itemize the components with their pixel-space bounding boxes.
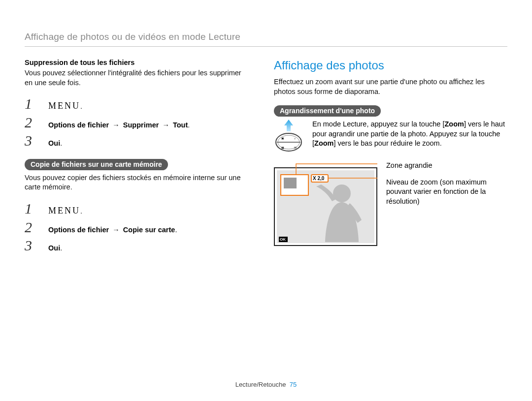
zoom-figure-block: X 2,0 OK Zone agrandie Niveau de zoom (s… bbox=[274, 161, 507, 247]
step-body: Oui. bbox=[48, 241, 62, 253]
dot: . bbox=[188, 121, 190, 129]
delete-step-3: 3 Oui. bbox=[25, 133, 246, 148]
annotation-zoom-level: Niveau de zoom (son maximum pouvant vari… bbox=[386, 178, 507, 207]
btn-glyph-top-right: ⌕ bbox=[294, 137, 296, 140]
copy-paragraph: Vous pouvez copier des fichiers stockés … bbox=[25, 173, 246, 192]
zoom-instruction-text: En mode Lecture, appuyez sur la touche [… bbox=[312, 120, 507, 149]
section-title: Affichage des photos bbox=[274, 59, 507, 72]
step-body: Options de fichier → Copie sur carte. bbox=[48, 223, 177, 235]
btn-glyph-bot-right: ⊞ bbox=[294, 146, 297, 149]
dot: . bbox=[175, 226, 177, 234]
arrow-icon: → bbox=[111, 226, 121, 234]
manual-page: Affichage de photos ou de vidéos en mode… bbox=[0, 0, 532, 401]
step-number: 1 bbox=[25, 201, 48, 216]
intro-paragraph: Effectuez un zoom avant sur une partie d… bbox=[274, 77, 507, 96]
zoom-key: Zoom bbox=[314, 139, 333, 147]
copy-step-1: 1 MENU. bbox=[25, 201, 246, 217]
dot: . bbox=[60, 139, 62, 147]
path-part: Supprimer bbox=[123, 121, 159, 129]
page-footer: Lecture/Retouche 75 bbox=[0, 381, 532, 388]
copy-step-2: 2 Options de fichier → Copie sur carte. bbox=[25, 220, 246, 235]
btn-glyph-bot-left: ▦ bbox=[281, 146, 284, 149]
copy-steps: 1 MENU. 2 Options de fichier → Copie sur… bbox=[25, 201, 246, 253]
right-column: Affichage des photos Effectuez un zoom a… bbox=[274, 59, 507, 264]
lcd-preview-icon: X 2,0 OK bbox=[274, 161, 377, 247]
ok-label: OK bbox=[280, 237, 286, 242]
arrow-up-icon bbox=[284, 120, 293, 131]
step-number: 3 bbox=[25, 133, 48, 148]
svg-point-5 bbox=[333, 185, 351, 202]
step-body: MENU. bbox=[48, 98, 82, 112]
delete-paragraph: Vous pouvez sélectionner l'intégralité d… bbox=[25, 68, 246, 88]
delete-steps: 1 MENU. 2 Options de fichier → Supprimer… bbox=[25, 96, 246, 148]
step-body: Options de fichier → Supprimer → Tout. bbox=[48, 118, 190, 130]
left-column: Suppression de tous les fichiers Vous po… bbox=[25, 59, 246, 264]
step-body: Oui. bbox=[48, 136, 62, 148]
zoom-text-seg: ] vers le bas pour réduire le zoom. bbox=[334, 139, 442, 147]
columns: Suppression de tous les fichiers Vous po… bbox=[25, 59, 507, 264]
step-number: 2 bbox=[25, 220, 48, 235]
path-part: Options de fichier bbox=[48, 121, 109, 129]
dot: . bbox=[80, 102, 82, 110]
copy-pill: Copie de fichiers sur une carte mémoire bbox=[25, 159, 168, 170]
zoom-text-seg: En mode Lecture, appuyez sur la touche [ bbox=[312, 120, 444, 128]
dot: . bbox=[80, 207, 82, 215]
zoom-key: Zoom bbox=[444, 120, 464, 128]
rocker-button-icon: ▣ ⌕ ▦ ⊞ bbox=[275, 132, 302, 152]
figure-annotations: Zone agrandie Niveau de zoom (son maximu… bbox=[386, 161, 507, 247]
oui-label: Oui bbox=[48, 139, 60, 147]
dot: . bbox=[60, 244, 62, 252]
annotation-zone: Zone agrandie bbox=[386, 161, 507, 171]
path-part: Tout bbox=[173, 121, 188, 129]
menu-label: MENU bbox=[48, 101, 80, 111]
zoom-figure: X 2,0 OK bbox=[274, 161, 377, 247]
path-part: Options de fichier bbox=[48, 226, 109, 234]
step-number: 1 bbox=[25, 96, 48, 111]
menu-label: MENU bbox=[48, 206, 80, 216]
arrow-icon: → bbox=[161, 121, 171, 129]
step-number: 2 bbox=[25, 115, 48, 130]
header-rule bbox=[25, 46, 507, 47]
svg-rect-7 bbox=[284, 178, 297, 188]
footer-section: Lecture/Retouche bbox=[235, 381, 286, 388]
delete-subhead: Suppression de tous les fichiers bbox=[25, 59, 246, 66]
page-header: Affichage de photos ou de vidéos en mode… bbox=[25, 31, 507, 42]
zoom-button-illustration: ▣ ⌕ ▦ ⊞ bbox=[274, 120, 303, 152]
btn-glyph-top-left: ▣ bbox=[281, 137, 284, 140]
path-part: Copie sur carte bbox=[123, 226, 175, 234]
step-body: MENU. bbox=[48, 203, 82, 217]
zoom-pill: Agrandissement d'une photo bbox=[274, 105, 381, 117]
arrow-icon: → bbox=[111, 121, 121, 129]
copy-step-3: 3 Oui. bbox=[25, 238, 246, 253]
step-number: 3 bbox=[25, 238, 48, 253]
delete-step-1: 1 MENU. bbox=[25, 96, 246, 112]
zoom-badge-text: X 2,0 bbox=[313, 176, 325, 181]
footer-page-number: 75 bbox=[290, 381, 297, 388]
oui-label: Oui bbox=[48, 244, 60, 252]
zoom-instruction-row: ▣ ⌕ ▦ ⊞ En mode Lecture, appuyez sur la … bbox=[274, 120, 507, 152]
delete-step-2: 2 Options de fichier → Supprimer → Tout. bbox=[25, 115, 246, 130]
